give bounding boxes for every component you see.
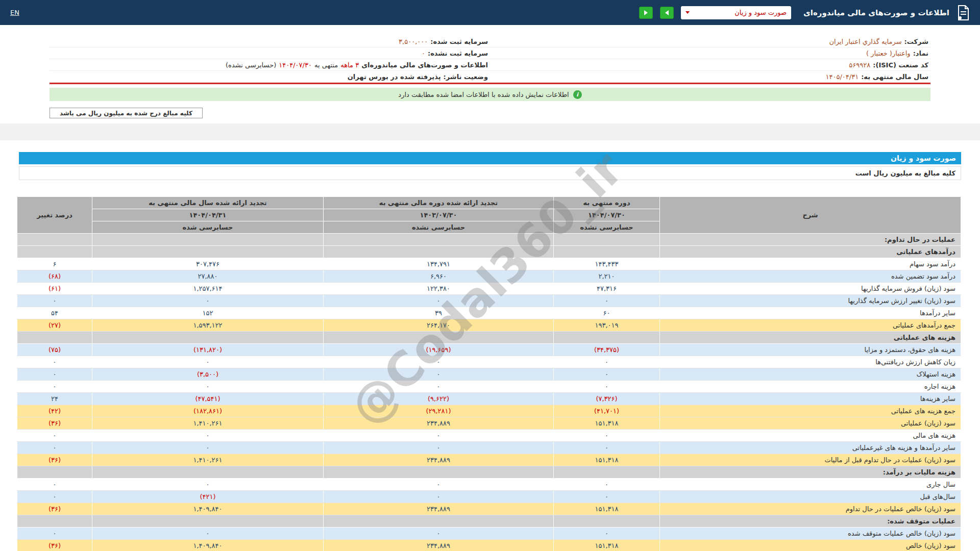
row-value: ۰ — [17, 442, 92, 454]
row-value: ۰ — [17, 295, 92, 307]
row-description: عملیات در حال تداوم: — [660, 234, 961, 246]
row-description: هزینه های عملیاتی — [660, 332, 961, 344]
table-row[interactable]: سود (زیان) فروش سرمایه گذاریها۴۷,۳۱۶۱۲۲,… — [17, 283, 961, 295]
col-header-description: شرح — [660, 197, 961, 234]
total-row[interactable]: سود (زیان) خالص۱۵۱,۳۱۸۲۳۴,۸۸۹۱,۴۰۹,۸۴۰(۳… — [17, 540, 961, 551]
section-row[interactable]: عملیات در حال تداوم: — [17, 234, 961, 246]
company-name-label: شرکت: — [904, 38, 928, 45]
row-description: هزینه مالیات بر درآمد: — [660, 466, 961, 479]
table-row[interactable]: سال جاری۰۰۰۰ — [17, 479, 961, 491]
row-value: ۲۳۴,۸۸۹ — [324, 417, 554, 430]
row-value: ۰ — [92, 356, 324, 368]
row-description: سایر درآمدها و هزینه های غیرعملیاتی — [660, 442, 961, 454]
issuer-status-value: پذیرفته شده در بورس تهران — [348, 73, 441, 81]
report-type-select[interactable]: صورت سود و زیان — [681, 6, 791, 19]
col-header-prior-period-title: تجدید ارائه شده دوره مالی منتهی به — [324, 197, 554, 209]
row-value: (۴۲۱) — [92, 491, 324, 503]
row-value: ۰ — [324, 295, 554, 307]
row-value: ۱,۴۰۹,۸۴۰ — [92, 503, 324, 515]
col-header-percent-change: درصد تغییر — [17, 197, 92, 234]
report-period-label: اطلاعات و صورت‌های مالی میاندوره‌ای — [361, 61, 488, 69]
row-value — [324, 466, 554, 479]
prev-report-button[interactable] — [639, 7, 653, 19]
ticker-label: نماد: — [913, 49, 928, 57]
total-row[interactable]: سود (زیان) عملیاتی۱۵۱,۳۱۸۲۳۴,۸۸۹۱,۴۱۰,۲۶… — [17, 417, 961, 430]
section-row[interactable]: هزینه مالیات بر درآمد: — [17, 466, 961, 479]
row-value: ۰ — [554, 491, 660, 503]
row-value: ۰ — [554, 368, 660, 381]
row-value — [17, 466, 92, 479]
table-row[interactable]: زیان کاهش ارزش دریافتنی‌ها۰۰۰۰ — [17, 356, 961, 368]
row-value: ۰ — [324, 430, 554, 442]
row-value — [92, 234, 324, 246]
row-value — [92, 466, 324, 479]
statement-unit-note: کلیه مبالغ به میلیون ریال است — [19, 166, 961, 180]
row-value: ۱۲۲,۳۸۰ — [324, 283, 554, 295]
report-period-date: ۱۴۰۴/۰۷/۳۰ — [279, 61, 312, 69]
total-row[interactable]: سود (زیان) خالص عملیات در حال تداوم۱۵۱,۳… — [17, 503, 961, 515]
table-row[interactable]: هزینه اجاره۰۰۰۰ — [17, 381, 961, 393]
row-description: جمع هزینه های عملیاتی — [660, 405, 961, 417]
table-row[interactable]: سایر درآمدها۶۰۳۹۱۵۲۵۴ — [17, 307, 961, 319]
table-row[interactable]: سایر درآمدها و هزینه های غیرعملیاتی۰۰۰۰ — [17, 442, 961, 454]
total-row[interactable]: جمع هزینه های عملیاتی(۴۱,۷۰۱)(۲۹,۲۸۱)(۱۸… — [17, 405, 961, 417]
row-value: ۰ — [92, 295, 324, 307]
table-row[interactable]: هزینه های حقوق، دستمزد و مزایا(۳۴,۳۷۵)(۱… — [17, 344, 961, 356]
row-value: ۰ — [554, 356, 660, 368]
row-value: ۲۷,۸۸۰ — [92, 270, 324, 283]
isic-code-value: ۵۶۹۹۲۸ — [849, 61, 870, 69]
signature-match-banner: i اطلاعات نمایش داده شده با اطلاعات امضا… — [50, 88, 930, 101]
row-value: ۶,۹۶۰ — [324, 270, 554, 283]
row-value — [17, 332, 92, 344]
row-value: ۱۵۱,۳۱۸ — [554, 503, 660, 515]
row-value: (۴۷,۵۴۱) — [92, 393, 324, 405]
table-row[interactable]: درآمد سود سهام۱۴۳,۴۳۳۱۳۴,۷۹۱۳۰۷,۴۷۶۶ — [17, 258, 961, 270]
signature-match-text: اطلاعات نمایش داده شده با اطلاعات امضا ش… — [398, 91, 569, 98]
section-row[interactable]: عملیات متوقف شده: — [17, 515, 961, 528]
table-row[interactable]: سود (زیان) خالص عملیات متوقف شده۰۰۰۰ — [17, 528, 961, 540]
row-value: ۰ — [17, 491, 92, 503]
report-type-selected-value: صورت سود و زیان — [734, 9, 787, 16]
row-value: ۰ — [554, 381, 660, 393]
fiscal-year-label: سال مالی منتهی به: — [861, 73, 928, 81]
statement-table-wrapper: @Codal360_ir شرح دوره منتهی به تجدید ارا… — [19, 196, 961, 551]
report-period-length: ۳ ماهه — [340, 61, 359, 69]
total-row[interactable]: سود (زیان) عملیات در حال تداوم قبل از ما… — [17, 454, 961, 466]
section-row[interactable]: هزینه های عملیاتی — [17, 332, 961, 344]
table-row[interactable]: هزینه استهلاک۰۰(۳,۵۰۰)۰ — [17, 368, 961, 381]
row-value: ۰ — [17, 479, 92, 491]
section-row[interactable]: درآمدهای عملیاتی — [17, 246, 961, 258]
row-value: (۷۵) — [17, 344, 92, 356]
ticker-value: واعتبار( خعتبار ) — [866, 49, 911, 57]
col-header-current-period-date: ۱۴۰۴/۰۷/۳۰ — [554, 209, 660, 221]
language-toggle[interactable]: EN — [10, 9, 19, 16]
row-value: ۶۰ — [554, 307, 660, 319]
row-value: ۱۴۳,۴۳۳ — [554, 258, 660, 270]
row-description: هزینه استهلاک — [660, 368, 961, 381]
table-row[interactable]: درآمد سود تضمین شده۲,۲۱۰۶,۹۶۰۲۷,۸۸۰(۶۸) — [17, 270, 961, 283]
row-description: سال‌های قبل — [660, 491, 961, 503]
next-report-button[interactable] — [660, 7, 674, 19]
table-row[interactable]: سال‌های قبل۰۰(۴۲۱)۰ — [17, 491, 961, 503]
company-info-panel: شرکت: سرمایه گذاري اعتبار ایران سرمایه ث… — [50, 36, 930, 84]
chevron-right-icon — [665, 10, 669, 15]
row-value: ۱۵۱,۳۱۸ — [554, 454, 660, 466]
table-row[interactable]: هزینه های مالی۰۰۰۰ — [17, 430, 961, 442]
table-row[interactable]: سایر هزینه‌ها(۷,۳۲۶)(۹,۶۲۲)(۴۷,۵۴۱)۲۴ — [17, 393, 961, 405]
row-value: ۱۳۴,۷۹۱ — [324, 258, 554, 270]
row-description: سود (زیان) عملیاتی — [660, 417, 961, 430]
row-value: ۰ — [17, 381, 92, 393]
row-value: (۲۹,۲۸۱) — [324, 405, 554, 417]
row-value: ۲۳۴,۸۸۹ — [324, 454, 554, 466]
top-navbar: اطلاعات و صورت‌های مالی میاندوره‌ای صورت… — [0, 0, 980, 25]
row-value: ۰ — [92, 430, 324, 442]
row-description: سود (زیان) تغییر ارزش سرمایه گذاریها — [660, 295, 961, 307]
statement-table-body: عملیات در حال تداوم:درآمدهای عملیاتیدرآم… — [17, 234, 961, 551]
row-value: ۰ — [17, 356, 92, 368]
col-header-prior-year-date: ۱۴۰۴/۰۴/۳۱ — [92, 209, 324, 221]
row-value: ۰ — [554, 479, 660, 491]
table-row[interactable]: سود (زیان) تغییر ارزش سرمایه گذاریها۰۰۰۰ — [17, 295, 961, 307]
total-row[interactable]: جمع درآمدهای عملیاتی۱۹۳,۰۱۹۲۶۴,۱۷۰۱,۵۹۳,… — [17, 319, 961, 332]
row-value: ۰ — [17, 368, 92, 381]
row-value — [554, 246, 660, 258]
